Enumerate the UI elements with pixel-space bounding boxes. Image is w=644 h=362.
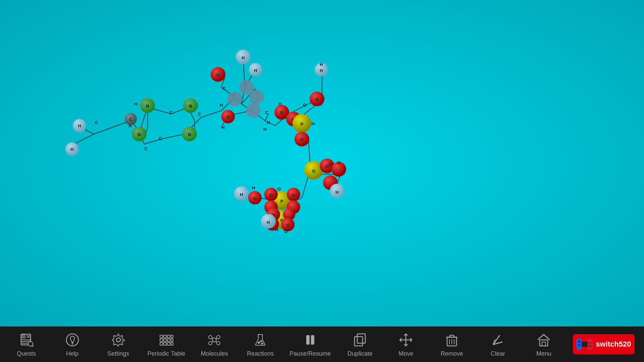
- menu-icon: [535, 331, 552, 348]
- duplicate-label: Duplicate: [347, 350, 373, 357]
- quests-icon: [18, 331, 35, 348]
- svg-point-196: [262, 343, 263, 344]
- svg-text:C: C: [95, 120, 98, 125]
- svg-rect-175: [171, 335, 173, 338]
- svg-point-220: [591, 342, 593, 344]
- svg-rect-198: [311, 335, 314, 345]
- svg-point-99: [249, 90, 264, 105]
- molecule-visualization: H H C C H N N C N N C C C H: [0, 0, 644, 326]
- svg-rect-181: [164, 343, 166, 345]
- svg-point-194: [258, 342, 260, 343]
- svg-text:H: H: [78, 123, 81, 128]
- periodic-table-button[interactable]: Periodic Table: [148, 326, 185, 362]
- quests-button[interactable]: Quests: [10, 326, 43, 362]
- svg-rect-174: [167, 335, 170, 338]
- app: H H C C H N N C N N C C C H: [0, 0, 644, 362]
- canvas-area: H H C C H N N C N N C C C H: [0, 0, 644, 326]
- svg-point-171: [116, 338, 120, 342]
- svg-rect-179: [171, 339, 173, 342]
- svg-point-185: [209, 336, 212, 339]
- settings-icon: [110, 331, 127, 348]
- molecules-label: Molecules: [201, 350, 228, 357]
- help-button[interactable]: Help: [56, 326, 89, 362]
- svg-rect-183: [171, 343, 173, 345]
- svg-text:C: C: [222, 86, 226, 91]
- svg-text:O: O: [253, 196, 257, 201]
- duplicate-icon: [352, 331, 368, 348]
- svg-point-100: [246, 103, 261, 118]
- svg-text:N: N: [188, 132, 191, 137]
- svg-text:C: C: [265, 110, 268, 115]
- svg-point-195: [261, 341, 262, 342]
- molecules-button[interactable]: Molecules: [198, 326, 231, 362]
- move-label: Move: [398, 350, 413, 357]
- reactions-button[interactable]: Reactions: [244, 326, 277, 362]
- svg-rect-178: [167, 339, 170, 342]
- svg-text:O: O: [292, 193, 295, 198]
- svg-point-166: [28, 342, 33, 346]
- svg-text:H: H: [263, 127, 266, 132]
- switch520-text: switch520: [596, 340, 631, 349]
- svg-text:C: C: [129, 117, 132, 122]
- move-button[interactable]: Move: [389, 326, 423, 362]
- svg-rect-212: [542, 342, 545, 346]
- svg-text:H: H: [241, 55, 245, 60]
- svg-text:O: O: [280, 110, 283, 115]
- molecules-icon: [206, 331, 223, 348]
- svg-point-188: [217, 342, 220, 345]
- svg-text:O: O: [300, 137, 304, 142]
- svg-text:H: H: [70, 147, 73, 152]
- svg-rect-215: [578, 344, 581, 346]
- svg-text:O: O: [226, 115, 230, 120]
- svg-rect-199: [355, 337, 363, 346]
- svg-line-167: [32, 346, 33, 347]
- toolbar: Quests Help Set: [0, 326, 644, 362]
- settings-button[interactable]: Settings: [102, 326, 135, 362]
- quests-label: Quests: [17, 350, 36, 357]
- svg-text:H: H: [252, 185, 255, 190]
- svg-text:P: P: [280, 199, 283, 204]
- svg-point-97: [227, 92, 242, 106]
- svg-rect-222: [582, 342, 588, 347]
- switch520-badge: switch520: [573, 334, 634, 354]
- svg-point-221: [589, 343, 591, 344]
- svg-text:O: O: [312, 169, 315, 174]
- svg-text:P: P: [301, 122, 304, 127]
- periodic-table-label: Periodic Table: [148, 350, 185, 357]
- svg-text:C: C: [169, 110, 173, 115]
- reactions-label: Reactions: [247, 350, 274, 357]
- svg-line-191: [212, 341, 213, 342]
- menu-button[interactable]: Menu: [527, 326, 560, 362]
- svg-text:H: H: [220, 103, 223, 108]
- svg-text:H: H: [335, 190, 338, 195]
- svg-rect-160: [22, 335, 25, 338]
- svg-point-217: [589, 345, 591, 348]
- svg-text:H: H: [275, 227, 278, 232]
- pause-resume-button[interactable]: Pause/Resume: [289, 326, 331, 362]
- svg-rect-180: [160, 343, 163, 345]
- menu-label: Menu: [536, 350, 551, 357]
- svg-point-219: [589, 342, 591, 343]
- settings-label: Settings: [107, 350, 129, 357]
- clear-icon: [489, 331, 506, 348]
- pause-icon: [302, 331, 319, 348]
- clear-button[interactable]: Clear: [481, 326, 515, 362]
- svg-text:H: H: [240, 192, 243, 197]
- svg-rect-200: [357, 334, 365, 343]
- svg-text:N: N: [138, 132, 141, 137]
- svg-text:H: H: [267, 120, 270, 125]
- svg-rect-182: [167, 343, 170, 345]
- svg-text:C: C: [198, 112, 201, 117]
- svg-rect-176: [160, 339, 163, 342]
- pause-resume-label: Pause/Resume: [289, 350, 331, 357]
- remove-button[interactable]: Remove: [435, 326, 469, 362]
- svg-text:O: O: [315, 97, 319, 102]
- svg-rect-172: [160, 335, 163, 338]
- remove-label: Remove: [441, 350, 463, 357]
- svg-text:O: O: [329, 162, 332, 167]
- duplicate-button[interactable]: Duplicate: [343, 326, 377, 362]
- svg-text:O: O: [278, 102, 282, 107]
- periodic-table-icon: [158, 331, 175, 348]
- reactions-icon: [252, 331, 269, 348]
- svg-point-187: [209, 342, 212, 345]
